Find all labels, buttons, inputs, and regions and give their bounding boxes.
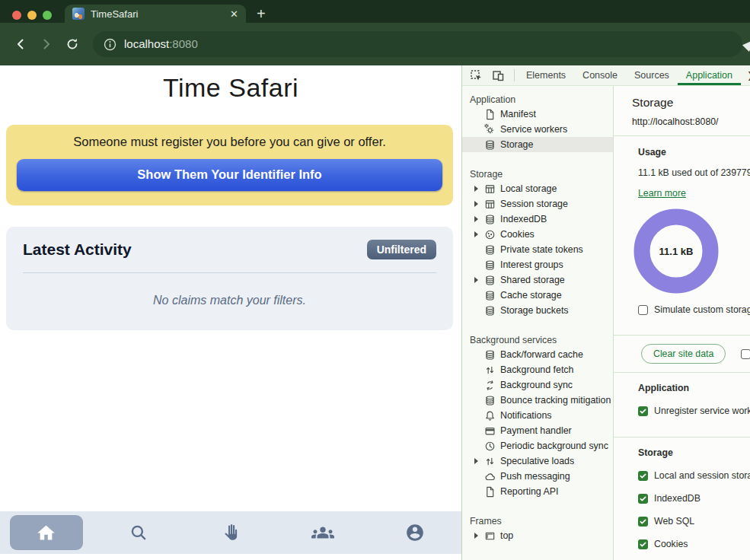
nav-item-profile[interactable] <box>369 511 461 554</box>
table-icon <box>484 198 496 210</box>
home-icon <box>36 523 56 543</box>
nav-item-people[interactable] <box>277 511 369 554</box>
tree-item-background-fetch[interactable]: Background fetch <box>462 362 613 377</box>
more-tabs-chevron-icon[interactable]: ❯ <box>747 70 750 81</box>
tree-item-cookies[interactable]: Cookies <box>462 227 613 242</box>
expand-arrow-icon[interactable] <box>474 216 484 222</box>
maximize-window-button[interactable] <box>43 11 52 20</box>
table-icon <box>484 183 496 195</box>
minimize-window-button[interactable] <box>27 11 37 20</box>
tree-item-storage[interactable]: Storage <box>462 137 613 152</box>
tree-item-periodic-background-sync[interactable]: Periodic background sync <box>462 438 613 453</box>
nav-item-hand[interactable] <box>184 511 276 554</box>
tree-item-manifest[interactable]: Manifest <box>462 107 613 122</box>
db-icon <box>484 213 496 225</box>
close-window-button[interactable] <box>12 11 21 20</box>
tree-item-speculative-loads[interactable]: Speculative loads <box>462 453 613 469</box>
checkbox-local-and-session-storage[interactable] <box>638 471 648 481</box>
expand-arrow-icon[interactable] <box>474 201 484 207</box>
tab-title: TimeSafari <box>91 8 224 20</box>
tree-item-bounce-tracking-mitigation[interactable]: Bounce tracking mitigation <box>462 393 613 408</box>
tree-item-notifications[interactable]: Notifications <box>462 408 613 423</box>
db-icon <box>484 274 496 286</box>
checkbox-web-sql[interactable] <box>638 517 648 527</box>
card-icon <box>484 425 496 437</box>
tree-item-indexeddb[interactable]: IndexedDB <box>462 212 613 227</box>
clear-site-data-button[interactable]: Clear site data <box>641 344 726 364</box>
show-identifier-info-button[interactable]: Show Them Your Identifier Info <box>17 159 442 191</box>
tree-item-reporting-api[interactable]: Reporting API <box>462 484 613 499</box>
devtools-tab-sources[interactable]: Sources <box>626 65 678 85</box>
tree-item-interest-groups[interactable]: Interest groups <box>462 257 613 272</box>
tab-close-icon[interactable]: ✕ <box>230 8 238 20</box>
page-title: Time Safari <box>0 73 461 103</box>
donut-center-label: 11.1 kB <box>634 208 719 294</box>
clock-icon <box>484 440 496 452</box>
tree-item-service-workers[interactable]: Service workers <box>462 122 613 137</box>
tree-item-top[interactable]: top <box>462 528 613 543</box>
cloud-icon <box>484 470 496 482</box>
tree-item-shared-storage[interactable]: Shared storage <box>462 272 613 288</box>
unfiltered-button[interactable]: Unfiltered <box>367 240 436 259</box>
tree-section-background-services: Background services <box>462 333 613 347</box>
simulate-quota-checkbox[interactable] <box>638 305 648 315</box>
db-icon <box>484 394 496 406</box>
origin-url: http://localhost:8080/ <box>614 112 750 135</box>
back-button[interactable] <box>9 33 32 56</box>
db-icon <box>484 243 496 256</box>
expand-arrow-icon[interactable] <box>474 231 484 237</box>
tree-item-cache-storage[interactable]: Cache storage <box>462 288 613 303</box>
expand-arrow-icon[interactable] <box>474 533 484 539</box>
tree-section-storage: Storage <box>462 167 613 181</box>
tree-item-private-state-tokens[interactable]: Private state tokens <box>462 242 613 257</box>
inspect-element-icon[interactable] <box>470 65 483 85</box>
checkbox-row-cookies[interactable]: Cookies <box>638 539 750 549</box>
devtools-tab-console[interactable]: Console <box>574 65 626 85</box>
devtools-tab-bar: ElementsConsoleSourcesApplication ❯ <box>462 65 750 86</box>
devtools-tab-elements[interactable]: Elements <box>518 65 574 85</box>
new-tab-button[interactable]: + <box>257 6 266 21</box>
devtools-tab-application[interactable]: Application <box>678 65 741 85</box>
tree-item-storage-buckets[interactable]: Storage buckets <box>462 303 613 318</box>
active-nav-pill <box>10 515 83 550</box>
tree-item-push-messaging[interactable]: Push messaging <box>462 469 613 484</box>
db-icon <box>484 304 496 317</box>
nav-item-home[interactable] <box>0 511 92 554</box>
checkbox-cookies[interactable] <box>638 539 648 549</box>
tree-item-session-storage[interactable]: Session storage <box>462 196 613 212</box>
learn-more-link[interactable]: Learn more <box>638 188 686 199</box>
expand-arrow-icon[interactable] <box>474 277 484 283</box>
reload-button[interactable] <box>61 33 84 56</box>
storage-detail-panel: Storage http://localhost:8080/ Usage 11.… <box>613 86 750 560</box>
checkbox-row-indexeddb[interactable]: IndexedDB <box>638 493 750 504</box>
expand-arrow-icon[interactable] <box>474 186 484 192</box>
third-party-cookies-row[interactable]: including third-party cookies <box>741 348 750 359</box>
url-port: :8080 <box>169 37 198 50</box>
checkbox-row-unregister-service-workers[interactable]: Unregister service workers <box>638 406 750 416</box>
site-info-icon[interactable] <box>104 38 116 51</box>
tree-item-back-forward-cache[interactable]: Back/forward cache <box>462 347 613 362</box>
checkbox-unregister-service-workers[interactable] <box>638 406 648 416</box>
web-page: Time Safari Someone must register you be… <box>0 65 461 560</box>
empty-claims-message: No claims match your filters. <box>23 294 436 307</box>
profile-icon <box>405 523 425 542</box>
latest-activity-card: Latest Activity Unfiltered No claims mat… <box>6 227 453 330</box>
checkbox-indexeddb[interactable] <box>638 494 648 504</box>
tree-item-background-sync[interactable]: Background sync <box>462 377 613 393</box>
nav-item-search[interactable] <box>92 511 184 554</box>
browser-tab[interactable]: TimeSafari ✕ <box>65 5 246 23</box>
tree-section-frames: Frames <box>462 514 613 528</box>
checkbox-row-local-and-session-storage[interactable]: Local and session storage <box>638 470 750 481</box>
checkbox-row-web-sql[interactable]: Web SQL <box>638 516 750 527</box>
device-toolbar-icon[interactable] <box>492 65 505 85</box>
panel-title: Storage <box>614 86 750 112</box>
url-bar[interactable]: localhost:8080 <box>93 31 742 57</box>
forward-button[interactable] <box>35 33 58 56</box>
expand-arrow-icon[interactable] <box>474 458 484 464</box>
tree-item-local-storage[interactable]: Local storage <box>462 181 613 196</box>
third-party-cookies-checkbox[interactable] <box>741 349 750 359</box>
file-icon <box>484 108 496 120</box>
simulate-quota-row[interactable]: Simulate custom storage quota <box>638 304 750 315</box>
tree-item-payment-handler[interactable]: Payment handler <box>462 423 613 438</box>
url-text: localhost:8080 <box>124 37 198 51</box>
